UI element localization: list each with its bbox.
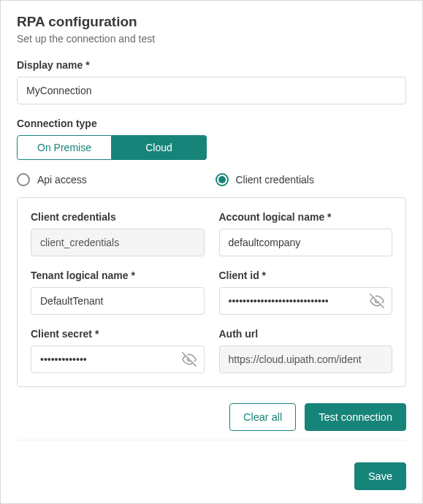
clear-all-button[interactable]: Clear all: [229, 403, 296, 431]
connection-type-onpremise[interactable]: On Premise: [17, 135, 112, 160]
auth-mode-api-access-label: Api access: [37, 174, 87, 186]
auth-url-label: Auth url: [219, 328, 393, 340]
grant-type-field: Client credentials: [31, 211, 205, 256]
auth-url-field: Auth url: [219, 328, 393, 373]
connection-type-label: Connection type: [17, 118, 406, 129]
account-logical-name-field: Account logical name *: [219, 211, 393, 256]
display-name-field: Display name *: [17, 59, 406, 104]
client-secret-input[interactable]: [31, 345, 205, 373]
page-subtitle: Set up the connection and test: [17, 33, 406, 45]
footer: Save: [1, 452, 422, 503]
eye-off-icon[interactable]: [367, 291, 386, 310]
display-name-input[interactable]: [17, 77, 406, 104]
scroll-area[interactable]: RPA configuration Set up the connection …: [1, 1, 422, 452]
save-button[interactable]: Save: [354, 462, 406, 490]
tenant-logical-name-label: Tenant logical name *: [31, 270, 205, 281]
auth-mode-client-credentials[interactable]: Client credentials: [216, 173, 407, 186]
action-row: Clear all Test connection: [17, 403, 406, 431]
client-id-field: Client id *: [219, 270, 393, 315]
eye-off-icon[interactable]: [180, 350, 199, 369]
connection-type-toggle: On Premise Cloud: [17, 135, 406, 160]
tenant-logical-name-input[interactable]: [31, 287, 205, 315]
client-id-label: Client id *: [219, 270, 393, 281]
auth-url-input: [219, 345, 393, 373]
grant-type-label: Client credentials: [31, 211, 205, 223]
display-name-label: Display name *: [17, 59, 406, 71]
test-connection-button[interactable]: Test connection: [305, 403, 406, 431]
auth-mode-api-access[interactable]: Api access: [17, 173, 208, 186]
grant-type-input: [31, 229, 205, 256]
credentials-box: Client credentials Account logical name …: [17, 197, 406, 387]
auth-mode-row: Api access Client credentials: [17, 173, 406, 186]
connection-type-field: Connection type On Premise Cloud: [17, 118, 406, 160]
account-logical-name-label: Account logical name *: [219, 211, 393, 223]
tenant-logical-name-field: Tenant logical name *: [31, 270, 205, 315]
connection-type-cloud[interactable]: Cloud: [112, 135, 207, 160]
auth-mode-client-credentials-label: Client credentials: [236, 174, 314, 186]
radio-icon: [216, 173, 229, 186]
client-secret-label: Client secret *: [31, 328, 205, 340]
account-logical-name-input[interactable]: [219, 229, 393, 256]
client-id-input[interactable]: [219, 287, 393, 315]
radio-icon: [17, 173, 30, 186]
divider: [17, 440, 406, 440]
client-secret-field: Client secret *: [31, 328, 205, 373]
page-title: RPA configuration: [17, 14, 406, 30]
rpa-config-panel: RPA configuration Set up the connection …: [0, 0, 423, 504]
